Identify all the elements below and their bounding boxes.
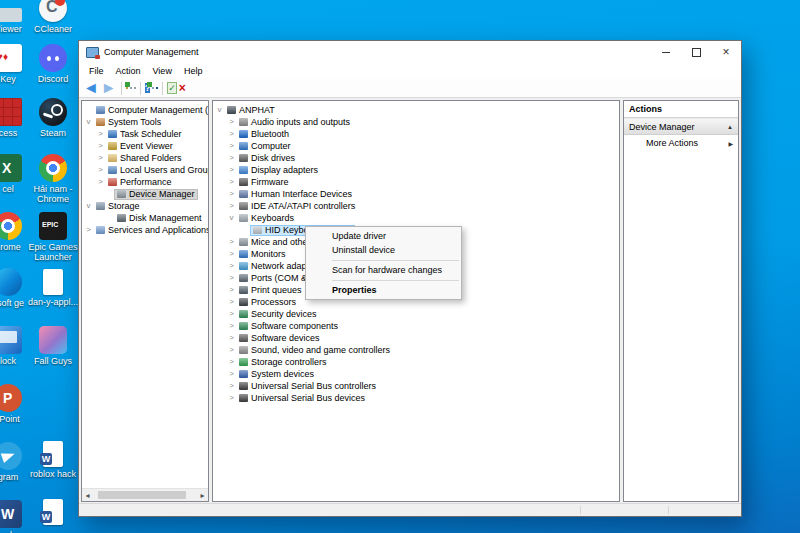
device-tree-item[interactable]: > Bluetooth xyxy=(213,128,619,140)
device-tree-item[interactable]: > Security devices xyxy=(213,308,619,320)
tree-item[interactable]: > Services and Applications xyxy=(82,224,208,236)
expander-icon[interactable]: > xyxy=(227,332,236,344)
device-tree-item[interactable]: v Keyboards xyxy=(213,212,619,224)
expander-icon[interactable]: v xyxy=(84,116,93,128)
collapse-icon[interactable]: ▲ xyxy=(727,124,733,130)
device-tree-item[interactable]: > Universal Serial Bus controllers xyxy=(213,380,619,392)
expander-icon[interactable]: > xyxy=(227,188,236,200)
expander-icon[interactable]: > xyxy=(96,164,105,176)
toolbar-icon[interactable] xyxy=(156,87,158,89)
desktop-icon[interactable]: roblox hack xyxy=(25,440,81,479)
expander-icon[interactable]: > xyxy=(227,176,236,188)
desktop-icon[interactable]: Steam xyxy=(25,98,81,138)
expander-icon[interactable]: > xyxy=(227,140,236,152)
device-tree-item[interactable]: > Human Interface Devices xyxy=(213,188,619,200)
expander-icon[interactable]: > xyxy=(227,356,236,368)
expander-icon[interactable]: > xyxy=(227,296,236,308)
expander-icon[interactable]: > xyxy=(227,116,236,128)
device-tree-item[interactable]: > Firmware xyxy=(213,176,619,188)
toolbar-icon[interactable] xyxy=(140,82,141,95)
actions-group-device-manager[interactable]: Device Manager ▲ xyxy=(624,118,738,135)
toolbar-icon[interactable] xyxy=(134,87,136,89)
toolbar-icon[interactable]: ✓ xyxy=(167,82,177,94)
device-tree-item[interactable]: > Software devices xyxy=(213,332,619,344)
expander-icon[interactable]: > xyxy=(96,140,105,152)
tree-item[interactable]: > Event Viewer xyxy=(82,140,208,152)
expander-icon[interactable]: > xyxy=(227,344,236,356)
desktop-icon[interactable]: Fall Guys xyxy=(25,326,81,366)
device-tree-item[interactable]: > IDE ATA/ATAPI controllers xyxy=(213,200,619,212)
device-tree-item[interactable]: > Display adapters xyxy=(213,164,619,176)
tree-item[interactable]: > Performance xyxy=(82,176,208,188)
maximize-button[interactable] xyxy=(681,41,711,63)
expander-icon[interactable]: > xyxy=(227,320,236,332)
device-tree-item[interactable]: > Universal Serial Bus devices xyxy=(213,392,619,404)
scroll-right-arrow[interactable]: ▸ xyxy=(197,491,208,500)
desktop-icon[interactable]: dan-y-appl... xyxy=(25,268,81,307)
toolbar-icon[interactable] xyxy=(162,82,163,95)
expander-icon[interactable]: > xyxy=(227,128,236,140)
close-button[interactable]: × xyxy=(711,41,741,63)
tree-item[interactable]: Device Manager xyxy=(82,188,208,200)
toolbar-icon[interactable] xyxy=(130,87,132,89)
device-tree-item[interactable]: > Disk drives xyxy=(213,152,619,164)
expander-icon[interactable]: v xyxy=(84,200,93,212)
expander-icon[interactable]: > xyxy=(227,236,236,248)
menu-item[interactable]: Action xyxy=(110,65,147,77)
expander-icon[interactable]: > xyxy=(227,284,236,296)
context-menu-item[interactable] xyxy=(306,277,461,283)
tree-item[interactable]: v System Tools xyxy=(82,116,208,128)
desktop-icon[interactable]: Discord xyxy=(25,44,81,84)
scrollbar-thumb[interactable] xyxy=(98,491,186,499)
horizontal-scrollbar[interactable]: ◂ ▸ xyxy=(82,488,208,501)
desktop-icon[interactable]: CCleaner xyxy=(25,0,81,34)
device-tree-item[interactable]: > Audio inputs and outputs xyxy=(213,116,619,128)
expander-icon[interactable]: > xyxy=(227,200,236,212)
toolbar-icon[interactable] xyxy=(121,82,122,95)
device-tree-item[interactable]: v ANPHAT xyxy=(213,104,619,116)
device-tree-item[interactable]: > Computer xyxy=(213,140,619,152)
context-menu-item[interactable]: Uninstall device xyxy=(306,243,461,257)
device-tree-item[interactable]: > Software components xyxy=(213,320,619,332)
toolbar-icon[interactable]: ► xyxy=(101,79,117,97)
expander-icon[interactable]: > xyxy=(227,152,236,164)
tree-item[interactable]: Computer Management (Local xyxy=(82,104,208,116)
expander-icon[interactable]: > xyxy=(227,308,236,320)
expander-icon[interactable]: > xyxy=(96,128,105,140)
context-menu-item[interactable]: Update driver xyxy=(306,229,461,243)
context-menu-item[interactable]: Properties xyxy=(306,283,461,297)
desktop-icon[interactable]: Hải nam - Chrome xyxy=(25,154,81,205)
title-bar[interactable]: Computer Management × xyxy=(79,41,741,63)
desktop-icon[interactable] xyxy=(25,498,81,527)
context-menu-item[interactable] xyxy=(306,257,461,263)
scroll-left-arrow[interactable]: ◂ xyxy=(82,491,93,500)
expander-icon[interactable]: > xyxy=(227,368,236,380)
expander-icon[interactable]: > xyxy=(96,176,105,188)
toolbar-icon[interactable]: ◄ xyxy=(83,79,99,97)
menu-item[interactable]: View xyxy=(147,65,178,77)
expander-icon[interactable]: v xyxy=(227,212,236,224)
expander-icon[interactable]: > xyxy=(227,380,236,392)
expander-icon[interactable]: > xyxy=(84,224,93,236)
device-tree-item[interactable]: > System devices xyxy=(213,368,619,380)
toolbar-icon[interactable]: × xyxy=(179,81,186,95)
expander-icon[interactable]: > xyxy=(227,392,236,404)
context-menu-item[interactable]: Scan for hardware changes xyxy=(306,263,461,277)
minimize-button[interactable] xyxy=(651,41,681,63)
device-tree-item[interactable]: > Sound, video and game controllers xyxy=(213,344,619,356)
expander-icon[interactable]: > xyxy=(227,272,236,284)
menu-item[interactable]: File xyxy=(83,65,110,77)
tree-item[interactable]: > Shared Folders xyxy=(82,152,208,164)
tree-item[interactable]: > Local Users and Groups xyxy=(82,164,208,176)
expander-icon[interactable]: v xyxy=(215,104,224,116)
tree-item[interactable]: v Storage xyxy=(82,200,208,212)
device-tree-item[interactable]: > Storage controllers xyxy=(213,356,619,368)
expander-icon[interactable]: > xyxy=(227,164,236,176)
menu-item[interactable]: Help xyxy=(178,65,209,77)
expander-icon[interactable]: > xyxy=(227,248,236,260)
toolbar-icon[interactable] xyxy=(152,87,154,89)
expander-icon[interactable]: > xyxy=(96,152,105,164)
expander-icon[interactable]: > xyxy=(227,260,236,272)
more-actions-item[interactable]: More Actions ▶ xyxy=(624,135,738,151)
toolbar-icon[interactable] xyxy=(126,87,128,89)
